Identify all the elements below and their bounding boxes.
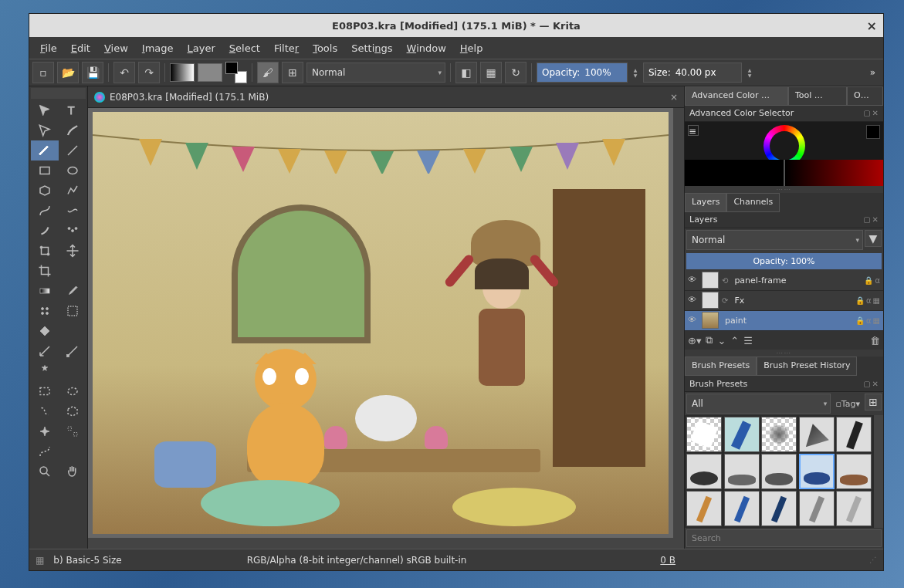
polygon-tool-icon[interactable] [31,181,59,201]
edit-brush-button[interactable]: ⊞ [282,62,303,83]
duplicate-layer-button[interactable]: ⧉ [706,334,713,346]
toolbar-overflow-icon[interactable]: » [865,67,880,78]
calligraphy-tool-icon[interactable] [59,120,86,140]
preset-brush-2[interactable] [724,454,760,489]
move-up-button[interactable]: ⌃ [730,335,739,346]
gradient-tool-icon[interactable] [31,281,59,301]
edit-shapes-tool-icon[interactable] [31,120,59,140]
similar-select-tool-icon[interactable] [59,421,86,441]
preset-eraser[interactable] [686,417,722,452]
menu-layer[interactable]: Layer [181,40,222,56]
pattern-tool-icon[interactable] [31,301,59,321]
freehand-path-tool-icon[interactable] [59,201,86,221]
properties-button[interactable]: ☰ [743,335,753,346]
measure-tool-icon[interactable] [59,341,86,361]
brush-tool-icon[interactable] [31,140,59,161]
tab-brush-presets[interactable]: Brush Presets [685,357,757,376]
alpha-icon[interactable]: α [866,316,872,325]
vertical-scrollbar[interactable] [673,108,684,538]
polyline-tool-icon[interactable] [59,181,86,201]
close-panel-icon[interactable]: ✕ [872,109,879,117]
preset-brush-5[interactable] [836,454,872,489]
float-layers-icon[interactable]: ▢ [863,215,870,224]
ellipse-tool-icon[interactable] [59,161,86,181]
contiguous-select-tool-icon[interactable] [31,421,59,441]
preset-pencil-1[interactable] [686,491,722,526]
freehand-select-tool-icon[interactable] [31,401,59,421]
visibility-icon[interactable]: 👁 [688,295,699,306]
visibility-icon[interactable]: 👁 [688,275,699,286]
layer-row[interactable]: 👁 paint 🔒α▦ [685,311,883,331]
eraser-mode-button[interactable]: ◧ [455,62,477,83]
size-slider[interactable]: Size: 40.00 px [643,63,742,83]
tag-filter-combo[interactable]: All [686,394,831,414]
menu-view[interactable]: View [98,40,134,56]
redo-button[interactable]: ↷ [138,62,160,83]
zoom-tool-icon[interactable] [31,461,59,482]
menu-tools[interactable]: Tools [306,40,344,56]
preset-brush-4[interactable] [799,454,835,489]
alpha-lock-button[interactable]: ▦ [480,62,502,83]
bezier-tool-icon[interactable] [31,201,59,221]
pan-tool-icon[interactable] [59,461,86,482]
ellipse-select-tool-icon[interactable] [59,381,86,401]
color-selector[interactable]: ≡ [685,122,883,187]
preset-pen-blue[interactable] [724,417,760,452]
brush-preset-button[interactable]: 🖌 [257,62,279,83]
crop-tool-icon[interactable] [31,261,59,281]
size-spinner[interactable]: ▲▼ [745,67,754,78]
smart-fill-tool-icon[interactable] [59,301,86,321]
presets-scrollbar[interactable] [874,415,883,528]
menu-window[interactable]: Window [401,40,452,56]
resize-grip-icon[interactable]: ⋰ [869,556,877,564]
layer-blend-combo[interactable]: Normal [686,230,863,250]
open-button[interactable]: 📂 [57,62,79,83]
save-button[interactable]: 💾 [82,62,103,83]
tab-color-selector[interactable]: Advanced Color … [685,86,788,106]
tag-button[interactable]: ▫ Tag ▾ [832,394,863,414]
lock-icon[interactable]: 🔒 [855,296,865,305]
preset-pencil-3[interactable] [761,491,797,526]
menu-filter[interactable]: Filter [268,40,305,56]
text-tool-icon[interactable]: T [59,100,86,120]
tab-brush-history[interactable]: Brush Preset History [757,357,857,376]
tab-overview[interactable]: O… [847,86,883,106]
close-icon[interactable]: × [867,19,877,33]
preset-view-icon[interactable]: ⊞ [865,394,882,411]
alpha-icon[interactable]: α [866,296,872,305]
assistant-tool-icon[interactable] [31,341,59,361]
reference-tool-icon[interactable] [31,361,59,381]
preset-pencil-2[interactable] [724,491,760,526]
menu-image[interactable]: Image [136,40,180,56]
color-picker-tool-icon[interactable] [59,281,86,301]
multibrush-tool-icon[interactable] [59,221,86,241]
menu-file[interactable]: File [34,40,63,56]
pattern-swatch[interactable] [198,63,222,82]
layer-opacity-slider[interactable]: Opacity: 100% [686,253,882,269]
preset-pencil-5[interactable] [836,491,872,526]
layer-row[interactable]: 👁 ⟲ panel-frame 🔒α [685,271,883,291]
move-down-button[interactable]: ⌄ [717,335,726,346]
search-input[interactable]: Search [686,529,882,547]
menu-select[interactable]: Select [223,40,266,56]
horizontal-scrollbar[interactable] [88,538,684,549]
menu-edit[interactable]: Edit [65,40,96,56]
move-tool-icon[interactable] [31,100,59,120]
close-tab-icon[interactable]: × [670,92,678,103]
alpha-icon[interactable]: α [875,276,880,285]
preset-ink[interactable] [799,417,835,452]
bezier-select-tool-icon[interactable] [31,441,59,461]
fill-tool-icon[interactable] [31,321,59,341]
float-icon[interactable]: ▢ [863,109,870,117]
transform-tool-icon[interactable] [31,241,59,261]
fg-bg-colors[interactable] [225,62,247,83]
rect-tool-icon[interactable] [31,161,59,181]
visibility-icon[interactable]: 👁 [688,315,699,326]
document-tab[interactable]: E08P03.kra [Modified] (175.1 MiB) × [88,86,684,108]
canvas[interactable] [88,108,673,538]
undo-button[interactable]: ↶ [113,62,135,83]
inherit-icon[interactable]: ▦ [873,316,880,325]
poly-select-tool-icon[interactable] [59,401,86,421]
layer-filter-icon[interactable]: ▼ [865,230,882,247]
color-menu-icon[interactable]: ≡ [688,125,699,136]
